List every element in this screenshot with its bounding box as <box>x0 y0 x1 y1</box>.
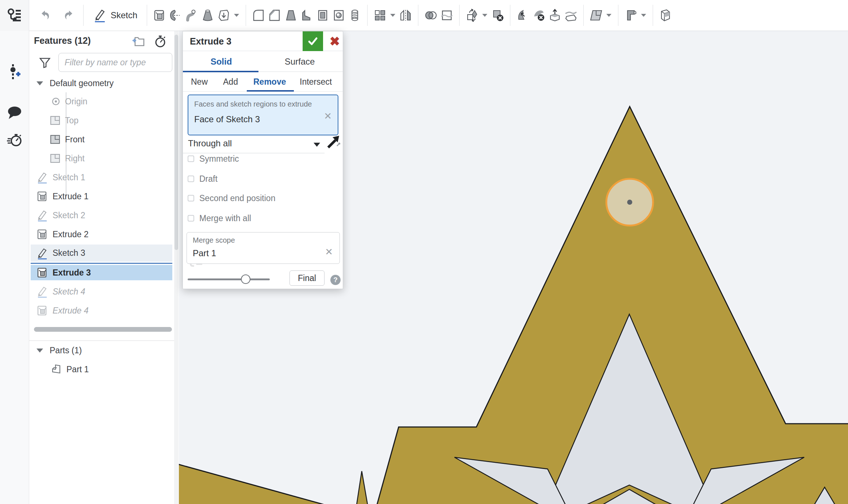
pattern-button[interactable] <box>372 4 388 27</box>
merge-all-checkbox-row[interactable]: Merge with all <box>188 212 334 224</box>
tree-item-sketch-2[interactable]: Sketch 2 <box>31 207 172 224</box>
insert-version-button[interactable] <box>5 62 24 81</box>
revolve-button[interactable] <box>168 4 184 27</box>
flip-direction-button[interactable] <box>326 134 341 150</box>
tab-surface[interactable]: Surface <box>276 51 323 72</box>
tree-item-right[interactable]: Right <box>31 150 172 167</box>
sketch-button[interactable]: Sketch <box>88 4 142 27</box>
left-app-bar <box>0 31 29 504</box>
help-button[interactable]: ? <box>330 275 341 285</box>
delete-part-button[interactable] <box>490 4 506 27</box>
tree-item-extrude-1[interactable]: Extrude 1 <box>31 188 172 205</box>
boss-dropdown[interactable] <box>232 4 241 27</box>
draft-checkbox-row[interactable]: Draft <box>188 173 334 185</box>
tab-label: Surface <box>285 57 315 67</box>
enclose-button[interactable] <box>657 4 674 27</box>
second-end-checkbox-row[interactable]: Second end position <box>188 192 334 204</box>
plane-dropdown[interactable] <box>604 4 614 27</box>
transform-dropdown[interactable] <box>480 4 490 27</box>
mirror-button[interactable] <box>398 4 414 27</box>
delete-face-button[interactable] <box>531 4 547 27</box>
tree-item-front[interactable]: Front <box>31 131 172 148</box>
split-button[interactable] <box>439 4 455 27</box>
tree-item-part-1[interactable]: Part 1 <box>31 361 172 378</box>
extrude-button[interactable] <box>151 4 168 27</box>
tree-group-parts[interactable]: Parts (1) <box>31 342 172 359</box>
symmetric-checkbox-row[interactable]: Symmetric <box>188 153 334 165</box>
chevron-down-icon <box>234 14 239 17</box>
horizontal-scrollbar[interactable] <box>34 327 172 332</box>
comments-button[interactable] <box>5 103 24 122</box>
rib-button[interactable] <box>299 4 315 27</box>
end-condition-dropdown[interactable]: Through all <box>183 136 343 153</box>
dialog-titlebar[interactable]: Extrude 3 ✖ <box>183 31 343 51</box>
undo-button[interactable] <box>37 4 53 27</box>
stopwatch-icon <box>153 35 167 49</box>
chamfer-button[interactable] <box>266 4 283 27</box>
tree-item-sketch-4[interactable]: Sketch 4 <box>31 283 172 300</box>
final-button[interactable]: Final <box>289 270 325 286</box>
boolean-button[interactable] <box>423 4 439 27</box>
origin-icon <box>51 97 61 106</box>
sweep-button[interactable] <box>184 4 200 27</box>
redo-button[interactable] <box>61 4 77 27</box>
checkbox[interactable] <box>188 176 194 182</box>
spring-button[interactable] <box>347 4 363 27</box>
tree-item-origin[interactable]: Origin <box>31 93 172 110</box>
fillet-button[interactable] <box>250 4 266 27</box>
sheet-metal-dropdown[interactable] <box>639 4 648 27</box>
replace-face-button[interactable] <box>547 4 563 27</box>
tab-new[interactable]: New <box>191 72 208 92</box>
tab-remove[interactable]: Remove <box>253 72 286 92</box>
transform-button[interactable] <box>464 4 480 27</box>
fillet-icon <box>252 8 265 22</box>
rollback-bar[interactable] <box>31 263 172 264</box>
preview-slider-track[interactable] <box>188 278 270 280</box>
checkbox[interactable] <box>188 215 194 222</box>
clear-selection-icon[interactable]: ✕ <box>324 111 332 121</box>
preview-slider-handle[interactable] <box>241 274 250 284</box>
checkbox[interactable] <box>188 155 194 162</box>
hole-button[interactable] <box>331 4 347 27</box>
tree-group-default-geometry[interactable]: Default geometry <box>31 74 172 92</box>
revolve-icon <box>169 8 183 22</box>
part-icon <box>51 364 62 375</box>
tab-intersect[interactable]: Intersect <box>300 72 332 92</box>
offset-surface-icon <box>564 8 578 22</box>
chevron-down-icon <box>37 349 43 353</box>
vertical-scrollbar-thumb[interactable] <box>174 35 178 250</box>
loft-button[interactable] <box>200 4 216 27</box>
tree-item-extrude-2[interactable]: Extrude 2 <box>31 226 172 243</box>
filter-input[interactable] <box>58 53 172 72</box>
sheet-metal-button[interactable] <box>623 4 639 27</box>
history-button[interactable] <box>5 130 24 149</box>
tree-item-sketch-1[interactable]: Sketch 1 <box>31 169 172 186</box>
rollback-history-button[interactable] <box>153 35 167 49</box>
chevron-down-icon <box>606 14 611 17</box>
tree-item-extrude-3[interactable]: Extrude 3 <box>31 265 172 280</box>
checkbox[interactable] <box>188 195 194 201</box>
vertical-scrollbar[interactable] <box>174 31 179 504</box>
tab-label: Intersect <box>300 77 332 87</box>
pattern-dropdown[interactable] <box>388 4 398 27</box>
tree-item-top[interactable]: Top <box>31 112 172 129</box>
move-face-button[interactable] <box>515 4 531 27</box>
tree-item-sketch-3[interactable]: Sketch 3 <box>31 245 172 262</box>
accept-button[interactable] <box>303 31 323 51</box>
faces-selection-field[interactable]: Faces and sketch regions to extrude Face… <box>188 95 338 135</box>
tree-item-extrude-4[interactable]: Extrude 4 <box>31 302 172 319</box>
offset-surface-button[interactable] <box>563 4 579 27</box>
cancel-button[interactable]: ✖ <box>326 31 344 51</box>
new-folder-button[interactable] <box>131 35 145 49</box>
merge-scope-field[interactable]: Merge scope Part 1 ✕ <box>187 232 340 264</box>
clear-merge-scope-icon[interactable]: ✕ <box>325 247 333 257</box>
extrude-feature-icon <box>37 228 48 240</box>
draft-button[interactable] <box>283 4 299 27</box>
thicken-button[interactable] <box>216 4 232 27</box>
shell-button[interactable] <box>315 4 331 27</box>
plane-button[interactable] <box>588 4 604 27</box>
filter-icon[interactable] <box>39 57 51 69</box>
feature-list-tab[interactable] <box>0 0 29 31</box>
tab-solid[interactable]: Solid <box>197 51 245 72</box>
tab-add[interactable]: Add <box>223 72 238 92</box>
